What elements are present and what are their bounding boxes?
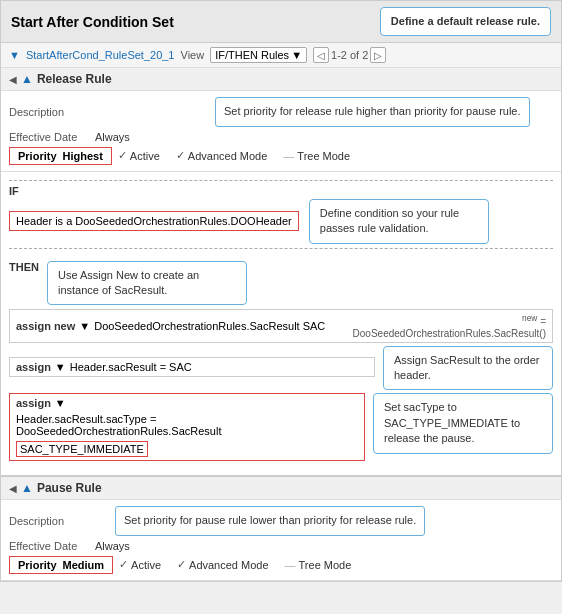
tree-mode-pause: — Tree Mode	[285, 559, 352, 571]
if-label: IF	[9, 185, 553, 197]
assign1-dropdown[interactable]: ▼	[55, 361, 66, 373]
page-title-bar: Start After Condition Set Define a defau…	[1, 1, 561, 43]
assign2-row: assign ▼ Header.sacResult.sacType = DooS…	[9, 393, 365, 461]
advanced-mode-release: ✓ Advanced Mode	[176, 149, 268, 162]
assign2-tooltip: Set sacType to SAC_TYPE_IMMEDIATE to rel…	[373, 393, 553, 453]
assign-new-dropdown[interactable]: ▼	[79, 320, 90, 332]
then-label: THEN	[9, 261, 39, 273]
up-icon[interactable]: ▲	[21, 72, 33, 86]
pause-rule-body: Description Set priority for pause rule …	[1, 500, 561, 580]
release-priority-tooltip: Set priority for release rule higher tha…	[215, 97, 530, 126]
pause-rule-header: ◀ ▲ Pause Rule	[1, 477, 561, 500]
page-title: Start After Condition Set	[11, 14, 174, 30]
tree-dash-pause: —	[285, 559, 296, 571]
new-sup: new	[522, 313, 537, 323]
mode-row-pause: ✓ Active ✓ Advanced Mode — Tree Mode	[119, 556, 351, 573]
assign-new-label: assign new	[16, 320, 75, 332]
rule-name[interactable]: StartAfterCond_RuleSet_20_1	[26, 49, 175, 61]
active-check-pause: ✓	[119, 558, 128, 571]
effective-date-value-pause: Always	[95, 540, 130, 552]
advanced-check-release: ✓	[176, 149, 185, 162]
active-check-release: ✓	[118, 149, 127, 162]
collapse-pause-icon[interactable]: ◀	[9, 483, 17, 494]
nav-next-button[interactable]: ▷	[370, 47, 386, 63]
priority-box-pause: Priority Medium	[9, 556, 113, 574]
effective-date-value: Always	[95, 131, 130, 143]
effective-date-label: Effective Date	[9, 131, 89, 143]
main-container: Start After Condition Set Define a defau…	[0, 0, 562, 582]
if-row: Header is a DooSeededOrchestrationRules.…	[9, 199, 553, 244]
release-rule-header: ◀ ▲ Release Rule	[1, 68, 561, 91]
assign-new-right: new = DooSeededOrchestrationRules.SacRes…	[329, 313, 546, 338]
assign2-highlight: SAC_TYPE_IMMEDIATE	[16, 441, 148, 457]
assign1-row: assign ▼ Header.sacResult = SAC	[9, 357, 375, 377]
condition-tooltip: Define condition so your rule passes rul…	[309, 199, 489, 244]
assign2-container: assign ▼ Header.sacResult.sacType = DooS…	[9, 393, 553, 464]
effective-date-row: Effective Date Always	[9, 129, 553, 145]
priority-value-pause: Medium	[63, 559, 105, 571]
description-label: Description	[9, 106, 89, 118]
up-icon-pause[interactable]: ▲	[21, 481, 33, 495]
assign-new-row: assign new ▼ DooSeededOrchestrationRules…	[9, 309, 553, 342]
nav-prev-button[interactable]: ◁	[313, 47, 329, 63]
release-rule-body: Description Set priority for release rul…	[1, 91, 561, 171]
dashed-divider-if	[9, 180, 553, 181]
view-select[interactable]: IF/THEN Rules ▼	[210, 47, 307, 63]
condition-row: Header is a DooSeededOrchestrationRules.…	[9, 211, 299, 231]
active-mode-release: ✓ Active	[118, 149, 160, 162]
priority-and-mode-row: Priority Highest ✓ Active ✓ Advanced Mod…	[9, 145, 553, 167]
pause-rule-title: Pause Rule	[37, 481, 102, 495]
effective-date-row-pause: Effective Date Always	[9, 538, 553, 554]
pause-description-tooltip: Set priority for pause rule lower than p…	[115, 506, 425, 535]
description-label-pause: Description	[9, 515, 89, 527]
description-row-pause: Description Set priority for pause rule …	[9, 504, 553, 537]
collapse-release-icon[interactable]: ◀	[9, 74, 17, 85]
priority-value-release: Highest	[63, 150, 103, 162]
advanced-mode-pause: ✓ Advanced Mode	[177, 558, 269, 571]
then-header-row: THEN Use Assign New to create an instanc…	[9, 261, 553, 306]
priority-label-pause: Priority	[18, 559, 57, 571]
assign2-label: assign	[16, 397, 51, 409]
effective-date-label-pause: Effective Date	[9, 540, 89, 552]
if-section: IF Header is a DooSeededOrchestrationRul…	[1, 172, 561, 257]
then-tooltip: Use Assign New to create an instance of …	[47, 261, 247, 306]
dropdown-icon[interactable]: ▼	[291, 49, 302, 61]
title-tooltip: Define a default release rule.	[380, 7, 551, 36]
nav-arrows: ◁ 1-2 of 2 ▷	[313, 47, 386, 63]
description-row: Description Set priority for release rul…	[9, 95, 553, 128]
assign2-dropdown[interactable]: ▼	[55, 397, 66, 409]
dashed-divider-then	[9, 248, 553, 249]
expand-icon[interactable]: ▼	[9, 49, 20, 61]
priority-and-mode-row-pause: Priority Medium ✓ Active ✓ Advanced Mode…	[9, 554, 553, 576]
release-rule-title: Release Rule	[37, 72, 112, 86]
toolbar: ▼ StartAfterCond_RuleSet_20_1 View IF/TH…	[1, 43, 561, 68]
tree-dash-release: —	[283, 150, 294, 162]
assign1-tooltip: Assign SacResult to the order header.	[383, 346, 553, 391]
assign1-container: assign ▼ Header.sacResult = SAC Assign S…	[9, 346, 553, 391]
tree-mode-release: — Tree Mode	[283, 150, 350, 162]
advanced-check-pause: ✓	[177, 558, 186, 571]
active-mode-pause: ✓ Active	[119, 558, 161, 571]
then-section: THEN Use Assign New to create an instanc…	[1, 257, 561, 472]
assign1-label: assign	[16, 361, 51, 373]
view-label: View	[181, 49, 205, 61]
priority-label-release: Priority	[18, 150, 57, 162]
priority-box-release: Priority Highest	[9, 147, 112, 165]
release-rule-section: ◀ ▲ Release Rule Description Set priorit…	[1, 68, 561, 580]
mode-row-release: ✓ Active ✓ Advanced Mode — Tree Mode	[118, 147, 350, 164]
